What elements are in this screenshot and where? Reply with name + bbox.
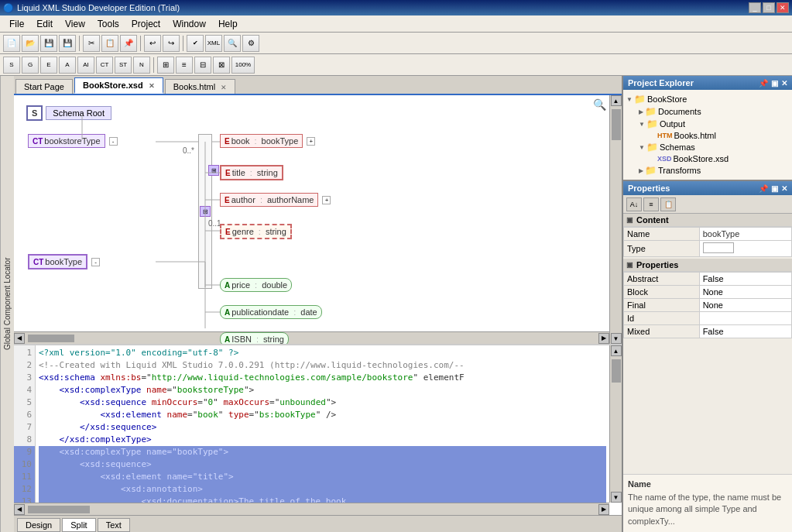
schema-btn5[interactable]: AI <box>77 57 94 74</box>
tree-transforms-label: Transforms <box>658 166 701 175</box>
node-author[interactable]: E author : authorName + <box>220 193 333 207</box>
menu-help[interactable]: Help <box>212 17 244 31</box>
menu-project[interactable]: Project <box>125 17 166 31</box>
props-btn3[interactable]: 📋 <box>660 197 676 211</box>
tab-close-html[interactable]: ✕ <box>221 84 227 91</box>
tree-schemas[interactable]: ▼ 📁 Schemas <box>626 141 789 153</box>
schema-btn2[interactable]: G <box>22 57 39 74</box>
schema-btn1[interactable]: S <box>3 57 20 74</box>
node-price[interactable]: A price : double <box>220 278 292 292</box>
copy-button[interactable]: 📋 <box>101 35 118 52</box>
schema-btn3[interactable]: E <box>40 57 57 74</box>
properties-controls: 📌 ▣ ✕ <box>759 184 787 193</box>
prop-block-key: Block <box>624 286 700 299</box>
design-vscroll[interactable]: ▲ ▼ <box>609 95 622 344</box>
node-booktype[interactable]: CT bookType - <box>28 254 102 269</box>
sort-cat-button[interactable]: ≡ <box>643 197 659 211</box>
global-locator-tab[interactable]: Global Component Locator <box>0 76 14 532</box>
expand-author[interactable]: + <box>322 196 331 204</box>
explorer-close[interactable]: ✕ <box>781 79 787 88</box>
schema-btn7[interactable]: ST <box>115 57 132 74</box>
save-all-button[interactable]: 💾 <box>59 35 76 52</box>
line-num-5: 5 <box>14 396 35 409</box>
undo-button[interactable]: ↩ <box>144 35 161 52</box>
zoom-btn[interactable]: 100% <box>231 57 255 74</box>
tree-xsd-label: BookStore.xsd <box>674 154 729 163</box>
a-pubdate-type: date <box>300 307 317 317</box>
tree-documents[interactable]: ▶ 📁 Documents <box>626 105 789 118</box>
node-isbn[interactable]: A ISBN : string <box>220 332 289 345</box>
a-label-price: A <box>225 281 230 290</box>
tab-books-html[interactable]: Books.html ✕ <box>165 79 235 94</box>
tree-books-html[interactable]: ▶ HTM Books.html <box>626 130 789 141</box>
align-btn4[interactable]: ⊠ <box>213 57 230 74</box>
new-button[interactable]: 📄 <box>3 35 20 52</box>
name-desc-text: The name of the type, the name must be u… <box>628 492 787 527</box>
btab-split[interactable]: Split <box>62 518 95 532</box>
tab-close-xsd[interactable]: ✕ <box>149 82 155 90</box>
node-genre[interactable]: E genre : string <box>220 224 292 239</box>
tab-bookstore-xsd[interactable]: BookStore.xsd ✕ <box>74 77 163 94</box>
save-button[interactable]: 💾 <box>40 35 57 52</box>
menu-window[interactable]: Window <box>166 17 212 31</box>
code-line-12: <xsd:annotation> <box>39 483 606 496</box>
node-book[interactable]: E book : bookType + <box>220 134 317 148</box>
props-pin[interactable]: 📌 <box>759 184 768 193</box>
close-button[interactable]: ✕ <box>777 2 789 13</box>
folder-schemas-icon: 📁 <box>646 142 658 153</box>
folder-output-icon: 📁 <box>646 118 658 129</box>
explorer-pin[interactable]: 📌 <box>759 79 768 88</box>
settings-button[interactable]: ⚙ <box>242 35 259 52</box>
schema-btn4[interactable]: A <box>59 57 76 74</box>
menu-edit[interactable]: Edit <box>30 17 59 31</box>
line-numbers: 1 2 3 4 5 6 7 8 9 10 11 12 13 <box>14 345 36 503</box>
node-title[interactable]: E title : string <box>220 165 283 180</box>
search-button[interactable]: 🔍 <box>224 35 241 52</box>
minimize-button[interactable]: _ <box>749 2 761 13</box>
validate-button[interactable]: ✔ <box>187 35 204 52</box>
explorer-float[interactable]: ▣ <box>771 79 778 88</box>
btab-text[interactable]: Text <box>98 518 130 532</box>
arrow-schemas: ▼ <box>639 144 645 151</box>
props-close[interactable]: ✕ <box>781 184 787 193</box>
code-vscroll[interactable]: ▲ ▼ <box>609 345 622 503</box>
design-hscroll[interactable]: ◀ ▶ <box>14 331 609 344</box>
align-btn1[interactable]: ⊞ <box>157 57 174 74</box>
node-bookstoretype[interactable]: CT bookstoreType - <box>28 134 120 148</box>
prop-row-id: Id <box>624 312 792 325</box>
tree-bookstore-xsd[interactable]: ▶ XSD BookStore.xsd <box>626 153 789 164</box>
prop-type-val <box>699 241 791 257</box>
menu-view[interactable]: View <box>59 17 91 31</box>
code-hscroll[interactable]: ◀ ▶ <box>14 503 609 515</box>
expand-book[interactable]: + <box>307 137 315 146</box>
code-lines[interactable]: <?xml version="1.0" encoding="utf-8" ?> … <box>36 345 609 503</box>
props-float[interactable]: ▣ <box>771 184 778 193</box>
line-num-11: 11 <box>14 471 35 483</box>
tree-output[interactable]: ▼ 📁 Output <box>626 118 789 130</box>
menu-file[interactable]: File <box>3 17 30 31</box>
prop-id-key: Id <box>624 312 700 325</box>
xml-button[interactable]: XML <box>205 35 222 52</box>
expand-booktype[interactable]: - <box>91 258 100 266</box>
sort-alpha-button[interactable]: A↓ <box>626 197 642 211</box>
expand-bookstoretype[interactable]: - <box>109 137 118 146</box>
schema-root-badge: S Schema Root <box>26 105 111 121</box>
tree-transforms[interactable]: ▶ 📁 Transforms <box>626 164 789 177</box>
code-line-8: </xsd:complexType> <box>39 434 606 446</box>
schema-btn8[interactable]: N <box>133 57 150 74</box>
menu-tools[interactable]: Tools <box>91 17 125 31</box>
maximize-button[interactable]: □ <box>763 2 775 13</box>
node-pubdate[interactable]: A publicationdate : date <box>220 305 322 319</box>
line-num-13: 13 <box>14 496 35 503</box>
redo-button[interactable]: ↪ <box>163 35 180 52</box>
cut-button[interactable]: ✂ <box>83 35 100 52</box>
align-btn2[interactable]: ≡ <box>176 57 193 74</box>
tab-start-page[interactable]: Start Page <box>15 79 73 94</box>
prop-row-block: Block None <box>624 286 792 299</box>
align-btn3[interactable]: ⊟ <box>194 57 211 74</box>
open-button[interactable]: 📂 <box>22 35 39 52</box>
paste-button[interactable]: 📌 <box>120 35 137 52</box>
schema-btn6[interactable]: CT <box>96 57 113 74</box>
tree-bookstore[interactable]: ▼ 📁 BookStore <box>626 93 789 105</box>
btab-design[interactable]: Design <box>17 518 60 532</box>
